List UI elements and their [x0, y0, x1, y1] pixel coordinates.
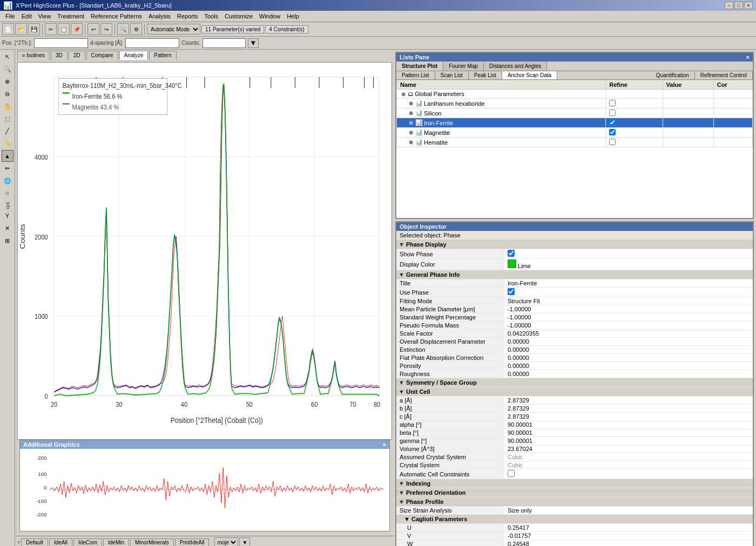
section-caglioti[interactable]: ▼ Caglioti Parameters	[396, 515, 753, 524]
menu-reports[interactable]: Reports	[174, 12, 201, 21]
section-indexing[interactable]: ▼ Indexing	[396, 479, 753, 488]
iron-ferrite-refine-cb[interactable]	[609, 119, 616, 126]
expand-hematite[interactable]: ⊕	[409, 139, 413, 145]
maximize-button[interactable]: □	[734, 2, 743, 9]
sidebar-zoom-icon[interactable]: 🔍	[2, 63, 14, 75]
sidebar-globe-icon[interactable]: 🌐	[2, 175, 14, 187]
counts-input[interactable]	[202, 38, 246, 48]
lists-sub-tab-scan-list[interactable]: Scan List	[435, 71, 469, 79]
hematite-refine-cb[interactable]	[609, 139, 616, 145]
sidebar-zoom-out-icon[interactable]: ⊖	[2, 88, 14, 100]
lists-pane-close[interactable]: ×	[746, 54, 750, 60]
menu-reference-patterns[interactable]: Reference Patterns	[87, 12, 145, 21]
sidebar-line-icon[interactable]: ╱	[2, 125, 14, 137]
table-row[interactable]: ⊕ 📊 Lanthanum hexaboride	[397, 99, 753, 108]
table-row[interactable]: ⊕ 📊 Silicon	[397, 108, 753, 118]
sidebar-grid-icon[interactable]: ⊞	[2, 235, 14, 247]
lists-sub-tab-quantification[interactable]: Quantification	[651, 71, 695, 79]
menu-tools[interactable]: Tools	[201, 12, 221, 21]
sidebar-cursor-icon[interactable]: ↖	[2, 51, 14, 63]
table-row-magnetite[interactable]: ⊕ 📊 Magnetite	[397, 128, 753, 138]
mode-select[interactable]: Automatic Mode	[147, 24, 200, 35]
tab-default[interactable]: Default	[21, 538, 48, 547]
template-select[interactable]: moje	[214, 537, 238, 546]
paste-button[interactable]: 📌	[71, 23, 83, 35]
section-phase-display[interactable]: ▼ Phase Display	[396, 240, 753, 249]
tab-3d[interactable]: 3D	[51, 51, 68, 60]
tab-compare[interactable]: Compare	[86, 51, 118, 60]
settings-button[interactable]: ⚙	[130, 23, 142, 35]
counts-dropdown[interactable]: ▼	[248, 38, 259, 48]
tab-2d[interactable]: 2D	[69, 51, 85, 60]
close-button[interactable]: ×	[744, 2, 753, 9]
tab-isolines[interactable]: ≡ Isolines	[17, 51, 50, 60]
sidebar-measure-icon[interactable]: 📏	[2, 138, 14, 149]
expand-magnetite[interactable]: ⊕	[409, 129, 413, 135]
table-row-iron-ferrite[interactable]: ⊕ 📊 Iron-Ferrite	[397, 118, 753, 128]
svg-text:30: 30	[116, 400, 123, 408]
table-row[interactable]: ⊕ 🗂 Global Parameters	[397, 90, 753, 99]
menu-analysis[interactable]: Analysis	[145, 12, 174, 21]
sidebar-zoom-in-icon[interactable]: ⊕	[2, 76, 14, 87]
menu-window[interactable]: Window	[256, 12, 284, 21]
template-options-button[interactable]: ▼	[239, 537, 250, 546]
lists-tab-structure-plot[interactable]: Structure Plot	[396, 62, 443, 71]
tab-pattern[interactable]: Pattern	[149, 51, 176, 60]
dspacing-input[interactable]	[125, 38, 179, 48]
pos-input[interactable]	[34, 38, 88, 48]
expand-iron-ferrite[interactable]: ⊕	[409, 120, 413, 126]
open-button[interactable]: 📂	[15, 23, 27, 35]
tab-idemin[interactable]: IdeMin	[103, 538, 129, 547]
tab-ideall[interactable]: IdeAll	[49, 538, 72, 547]
auto-cell-cb[interactable]	[508, 470, 515, 477]
tab-minorminerals[interactable]: MinorMinerals	[130, 538, 174, 547]
sidebar-edit-icon[interactable]: ✏	[2, 162, 14, 174]
menu-customize[interactable]: Customize	[221, 12, 256, 21]
lanthanum-refine-cb[interactable]	[609, 100, 616, 106]
show-phase-cb[interactable]	[508, 250, 515, 257]
section-phase-profile[interactable]: ▼ Phase Profile	[396, 497, 753, 507]
lists-sub-tab-anchor-scan-data[interactable]: Anchor Scan Data	[502, 71, 557, 79]
menu-treatment[interactable]: Treatment	[54, 12, 87, 21]
expand-silicon[interactable]: ⊕	[409, 110, 413, 116]
section-general-phase-info[interactable]: ▼ General Phase Info	[396, 270, 753, 279]
redo-button[interactable]: ↪	[100, 23, 112, 35]
tab-printideall[interactable]: PrintIdeAll	[175, 538, 210, 547]
field-extinction-value: 0.00000	[504, 346, 753, 354]
tab-analyze[interactable]: Analyze	[119, 51, 148, 60]
sidebar-peak-icon[interactable]: ▲	[2, 150, 14, 162]
menu-help[interactable]: Help	[284, 12, 302, 21]
sidebar-select-icon[interactable]: ⬚	[2, 113, 14, 125]
cut-button[interactable]: ✂	[45, 23, 57, 35]
magnetite-refine-cb[interactable]	[609, 129, 616, 135]
menu-view[interactable]: View	[35, 12, 55, 21]
lists-tab-fourier-map[interactable]: Fourier Map	[443, 62, 484, 71]
sidebar-circle-icon[interactable]: ○	[2, 187, 14, 199]
tab-idecom[interactable]: IdeCom	[73, 538, 102, 547]
lists-sub-tab-pattern-list[interactable]: Pattern List	[396, 71, 435, 79]
copy-button[interactable]: 📋	[58, 23, 70, 35]
expand-lanthanum[interactable]: ⊕	[409, 100, 413, 106]
use-phase-cb[interactable]	[508, 288, 515, 295]
section-unit-cell[interactable]: ▼ Unit Cell	[396, 387, 753, 397]
menu-file[interactable]: File	[2, 12, 18, 21]
new-button[interactable]: 📄	[2, 23, 14, 35]
save-button[interactable]: 💾	[28, 23, 40, 35]
sidebar-pan-icon[interactable]: ✋	[2, 100, 14, 112]
section-preferred-orientation[interactable]: ▼ Preferred Orientation	[396, 488, 753, 497]
sidebar-x-icon[interactable]: ✕	[2, 222, 14, 234]
menu-edit[interactable]: Edit	[18, 12, 35, 21]
lists-tab-distances-angles[interactable]: Distances and Angles	[484, 62, 547, 71]
expand-global-params[interactable]: ⊕	[401, 91, 406, 97]
lists-sub-tab-refinement-control[interactable]: Refinement Control	[695, 71, 753, 79]
display-color-swatch[interactable]	[508, 260, 516, 268]
undo-button[interactable]: ↩	[87, 23, 99, 35]
sidebar-y-icon[interactable]: Y	[2, 210, 14, 222]
minimize-button[interactable]: −	[725, 2, 733, 9]
additional-graphics-close[interactable]: ×	[383, 441, 386, 448]
lists-sub-tab-peak-list[interactable]: Peak List	[469, 71, 502, 79]
section-symmetry[interactable]: ▼ Symmetry / Space Group	[396, 378, 753, 387]
zoom-button[interactable]: 🔍	[117, 23, 129, 35]
silicon-refine-cb[interactable]	[609, 110, 616, 116]
table-row-hematite[interactable]: ⊕ 📊 Hematite	[397, 138, 753, 147]
